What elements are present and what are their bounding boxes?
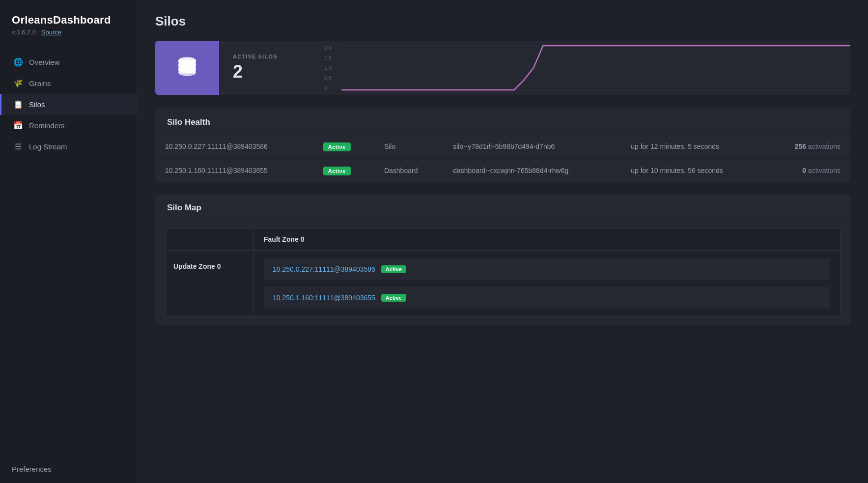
silo-status-2: Active [313, 159, 374, 183]
silo-type-2: Dashboard [374, 159, 443, 183]
sidebar-item-grains[interactable]: 🌾 Grains [0, 73, 137, 94]
chart-label-1: 1.0 [324, 65, 332, 71]
app-title: OrleansDashboard [12, 14, 125, 27]
active-silos-count: 2 [233, 61, 278, 82]
chart-label-2: 2.0 [324, 45, 332, 51]
silo-map-section: Silo Map Fault Zone 0 Update Zone 0 10.2… [155, 194, 850, 325]
table-row: 10.250.0.227:11111@389403586 Active Silo… [155, 135, 850, 159]
sidebar: OrleansDashboard v.3.6.2.0 Source 🌐 Over… [0, 0, 138, 483]
map-zone-content: 10.250.0.227:11111@389403586 Active 10.2… [254, 251, 840, 316]
silos-icon: 📋 [13, 100, 23, 109]
silo-health-section: Silo Health 10.250.0.227:11111@389403586… [155, 109, 850, 182]
sidebar-header: OrleansDashboard v.3.6.2.0 Source [0, 0, 137, 40]
map-silo-link-2[interactable]: 10.250.1.160:11111@389403655 [273, 294, 375, 302]
app-version: v.3.6.2.0 Source [12, 28, 125, 36]
sidebar-item-silos-label: Silos [29, 100, 45, 109]
map-silo-entry-2: 10.250.1.160:11111@389403655 Active [264, 287, 830, 309]
sidebar-item-silos[interactable]: 📋 Silos [0, 94, 137, 115]
chart-label-05: 0.5 [324, 75, 332, 81]
silo-map-title: Silo Map [155, 194, 850, 220]
map-silo-link-1[interactable]: 10.250.0.227:11111@389403586 [273, 265, 375, 273]
fault-zone-header: Fault Zone 0 [254, 228, 840, 251]
health-table: 10.250.0.227:11111@389403586 Active Silo… [155, 135, 850, 182]
sidebar-item-grains-label: Grains [29, 79, 51, 87]
sidebar-item-reminders-label: Reminders [29, 121, 65, 130]
silo-address-2[interactable]: 10.250.1.160:11111@389403655 [155, 159, 313, 183]
sidebar-item-reminders[interactable]: 📅 Reminders [0, 115, 137, 136]
chart-y-labels: 2.0 1.5 1.0 0.5 0 [324, 41, 332, 95]
silo-address-1[interactable]: 10.250.0.227:11111@389403586 [155, 135, 313, 159]
database-icon [173, 54, 201, 82]
overview-icon: 🌐 [13, 57, 23, 67]
sidebar-item-overview[interactable]: 🌐 Overview [0, 52, 137, 73]
silo-activations-1: 256 activations [765, 135, 850, 159]
silo-name-2: dashboard--cxcwjnn-765b88d4-rhw6g [443, 159, 621, 183]
preferences-button[interactable]: Preferences [0, 455, 137, 483]
grains-icon: 🌾 [13, 79, 23, 88]
map-status-badge-1: Active [381, 265, 406, 273]
reminders-icon: 📅 [13, 121, 23, 130]
sidebar-item-logstream[interactable]: ☰ Log Stream [0, 136, 137, 157]
page-title: Silos [155, 14, 850, 29]
main-content: Silos ACTIVE SILOS 2 [138, 0, 868, 483]
silo-icon-box [155, 41, 219, 95]
sidebar-nav: 🌐 Overview 🌾 Grains 📋 Silos 📅 Reminders … [0, 52, 137, 455]
chart-label-15: 1.5 [324, 55, 332, 61]
stats-row: ACTIVE SILOS 2 2.0 1.5 1.0 0.5 0 [155, 41, 850, 95]
chart-svg [322, 41, 850, 95]
sidebar-item-overview-label: Overview [29, 58, 60, 66]
status-badge: Active [323, 167, 351, 175]
svg-point-6 [179, 70, 196, 76]
silo-health-title: Silo Health [155, 109, 850, 135]
silo-name-1: silo--y78d1rh-5b98b7d494-d7nb6 [443, 135, 621, 159]
active-silos-card: ACTIVE SILOS 2 [155, 41, 322, 95]
logstream-icon: ☰ [13, 142, 23, 151]
silo-type-1: Silo [374, 135, 443, 159]
silo-activations-2: 0 activations [765, 159, 850, 183]
active-silos-info: ACTIVE SILOS 2 [219, 54, 291, 82]
status-badge: Active [323, 142, 351, 151]
map-silo-entry-1: 10.250.0.227:11111@389403586 Active [264, 258, 830, 280]
map-status-badge-2: Active [381, 294, 406, 302]
chart-label-0: 0 [324, 85, 332, 91]
silos-chart: 2.0 1.5 1.0 0.5 0 [322, 41, 850, 95]
table-row: 10.250.1.160:11111@389403655 Active Dash… [155, 159, 850, 183]
silo-uptime-1: up for 12 minutes, 5 seconds [621, 135, 765, 159]
silo-uptime-2: up for 10 minutes, 56 seconds [621, 159, 765, 183]
silo-map-inner: Fault Zone 0 Update Zone 0 10.250.0.227:… [155, 220, 850, 325]
active-silos-label: ACTIVE SILOS [233, 54, 278, 59]
source-link[interactable]: Source [41, 28, 61, 36]
silo-status-1: Active [313, 135, 374, 159]
silo-map-grid: Fault Zone 0 Update Zone 0 10.250.0.227:… [165, 228, 840, 317]
map-corner [166, 228, 254, 251]
sidebar-item-logstream-label: Log Stream [29, 142, 67, 151]
update-zone-label: Update Zone 0 [166, 251, 254, 316]
